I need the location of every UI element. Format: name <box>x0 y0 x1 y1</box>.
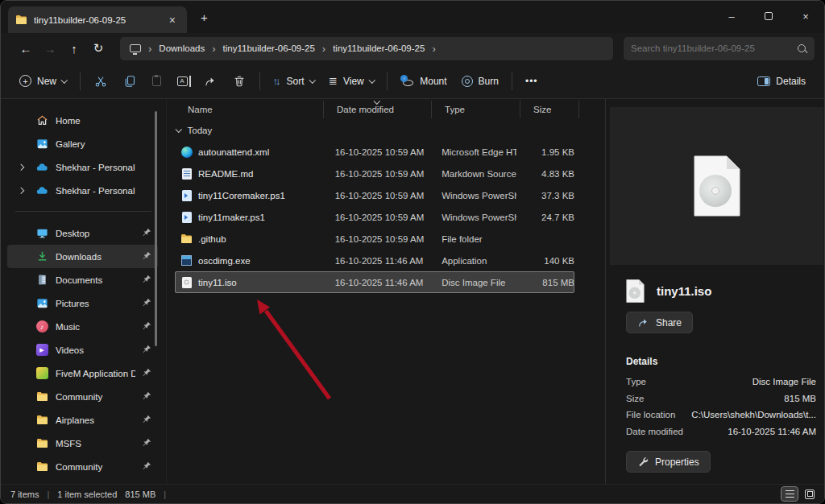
videos-icon: ▶ <box>35 344 48 357</box>
details-fields: Type Disc Image File Size 815 MB File lo… <box>626 374 816 440</box>
share-button[interactable]: Share <box>626 312 693 333</box>
iso-file-icon <box>180 276 193 288</box>
file-row-tiny11coremaker-ps1[interactable]: tiny11Coremaker.ps1 16-10-2025 10:59 AM … <box>175 184 574 206</box>
breadcrumb-folder-2[interactable]: tiny11builder-06-09-25 <box>333 43 425 53</box>
sidebar-item-videos[interactable]: ▶ Videos <box>7 338 158 361</box>
documents-icon <box>35 274 48 287</box>
pin-icon <box>143 415 151 425</box>
forward-button[interactable]: → <box>38 42 62 56</box>
breadcrumb-folder-1[interactable]: tiny11builder-06-09-25 <box>223 43 315 53</box>
paste-button[interactable] <box>144 71 169 91</box>
pin-icon <box>143 275 151 285</box>
sidebar-item-msfs[interactable]: MSFS <box>7 432 158 455</box>
wrench-icon <box>637 456 649 468</box>
field-value: Disc Image File <box>752 377 816 386</box>
pin-icon <box>143 368 151 378</box>
mount-label: Mount <box>420 76 446 87</box>
sort-arrows-icon: ↑↓ <box>273 75 281 87</box>
sidebar-item-onedrive-1[interactable]: Shekhar - Personal <box>7 155 158 179</box>
new-tab-button[interactable]: + <box>194 9 214 26</box>
view-lines-icon: ≣ <box>329 75 338 87</box>
file-row-tiny11-iso[interactable]: tiny11.iso 16-10-2025 11:46 AM Disc Imag… <box>175 271 574 293</box>
cut-button[interactable] <box>86 70 115 93</box>
detail-field-date-modified: Date modified 16-10-2025 11:46 AM <box>626 423 816 440</box>
selected-file-name: tiny11.iso <box>657 284 711 298</box>
burn-button[interactable]: Burn <box>454 71 506 92</box>
sidebar-item-gallery[interactable]: Gallery <box>7 132 158 155</box>
sidebar-divider <box>15 211 151 212</box>
file-row-github-folder[interactable]: .github 16-10-2025 10:59 AM File folder <box>175 228 574 250</box>
column-header-type[interactable]: Type <box>432 101 520 118</box>
new-button[interactable]: + New <box>12 70 74 92</box>
field-label: Date modified <box>626 427 683 436</box>
selection-size: 815 MB <box>125 490 155 499</box>
column-header-size[interactable]: Size <box>520 101 579 118</box>
file-row-readme-md[interactable]: README.md 16-10-2025 10:59 AM Markdown S… <box>175 163 574 184</box>
sidebar-item-label: Desktop <box>56 229 135 238</box>
sidebar-item-label: Shekhar - Personal <box>56 186 151 196</box>
chevron-right-icon <box>14 165 28 170</box>
search-input[interactable] <box>631 43 797 53</box>
minimize-button[interactable]: – <box>713 1 750 31</box>
sidebar-item-label: Community <box>56 462 135 472</box>
column-header-name[interactable]: Name <box>175 101 324 118</box>
sidebar-item-onedrive-2[interactable]: Shekhar - Personal <box>7 179 158 202</box>
maximize-button[interactable] <box>750 1 787 31</box>
file-size: 4.83 KB <box>516 169 574 179</box>
sidebar-item-community-2[interactable]: Community <box>7 455 158 478</box>
thumbnail-view-icon <box>805 490 815 499</box>
sidebar-item-community-1[interactable]: Community <box>7 385 158 408</box>
more-options-button[interactable]: ••• <box>518 71 545 92</box>
column-header-row: Name Date modified Type Size <box>167 99 605 120</box>
view-toggle-group <box>781 487 818 501</box>
items-count: 7 items <box>10 490 39 499</box>
group-header-today[interactable]: Today <box>167 120 605 141</box>
search-box[interactable] <box>624 37 815 60</box>
sort-button[interactable]: ↑↓ Sort <box>266 70 322 92</box>
desktop-icon <box>35 227 48 240</box>
field-value: 815 MB <box>784 394 816 403</box>
sidebar-item-home[interactable]: Home <box>7 109 158 132</box>
chevron-down-icon <box>309 76 315 83</box>
breadcrumb-downloads[interactable]: Downloads <box>159 43 205 53</box>
address-bar[interactable]: › Downloads › tiny11builder-06-09-25 › t… <box>120 37 613 60</box>
file-row-tiny11maker-ps1[interactable]: tiny11maker.ps1 16-10-2025 10:59 AM Wind… <box>175 206 574 228</box>
sidebar-item-music[interactable]: ♪ Music <box>7 315 158 338</box>
search-icon <box>797 43 807 54</box>
explorer-tab[interactable]: tiny11builder-06-09-25 × <box>8 6 187 33</box>
back-button[interactable]: ← <box>14 42 38 56</box>
large-icons-view-button[interactable] <box>802 487 818 501</box>
rename-button[interactable]: A <box>169 72 196 91</box>
sidebar-item-desktop[interactable]: Desktop <box>7 221 158 245</box>
details-pane-toggle[interactable]: Details <box>750 71 813 92</box>
folder-icon <box>15 14 27 25</box>
sidebar-scrollbar[interactable] <box>155 111 157 346</box>
details-view-button[interactable] <box>781 487 798 501</box>
mount-button[interactable]: Mount <box>393 70 454 92</box>
file-row-oscdimg-exe[interactable]: oscdimg.exe 16-10-2025 11:46 AM Applicat… <box>175 250 574 271</box>
column-header-date-modified[interactable]: Date modified <box>324 101 432 118</box>
sidebar-item-pictures[interactable]: Pictures <box>7 291 158 315</box>
field-value: C:\Users\shekh\Downloads\t... <box>691 410 816 419</box>
sidebar-item-documents[interactable]: Documents <box>7 268 158 291</box>
delete-button[interactable] <box>225 70 254 93</box>
refresh-button[interactable]: ↻ <box>86 41 110 56</box>
sidebar-item-label: Downloads <box>56 252 135 262</box>
share-button-toolbar[interactable] <box>196 70 225 93</box>
sidebar-item-fivem[interactable]: FiveM Application Data <box>7 361 158 385</box>
file-type: Markdown Source ... <box>429 169 516 179</box>
sidebar-item-downloads[interactable]: Downloads <box>7 245 158 268</box>
copy-button[interactable] <box>115 70 144 93</box>
file-size: 24.7 KB <box>516 213 574 222</box>
file-name: oscdimg.exe <box>198 256 251 266</box>
up-button[interactable]: ↑ <box>62 42 86 56</box>
rename-icon: A <box>177 76 188 86</box>
view-button[interactable]: ≣ View <box>321 70 381 92</box>
file-row-autounattend-xml[interactable]: autounattend.xml 16-10-2025 10:59 AM Mic… <box>175 141 574 163</box>
sidebar-item-airplanes[interactable]: Airplanes <box>7 408 158 432</box>
properties-button[interactable]: Properties <box>626 451 711 473</box>
pin-icon <box>143 321 151 332</box>
tab-close-button[interactable]: × <box>165 13 180 27</box>
close-button[interactable]: × <box>787 1 824 31</box>
command-toolbar: + New A ↑↓ Sort ≣ View <box>1 64 824 99</box>
